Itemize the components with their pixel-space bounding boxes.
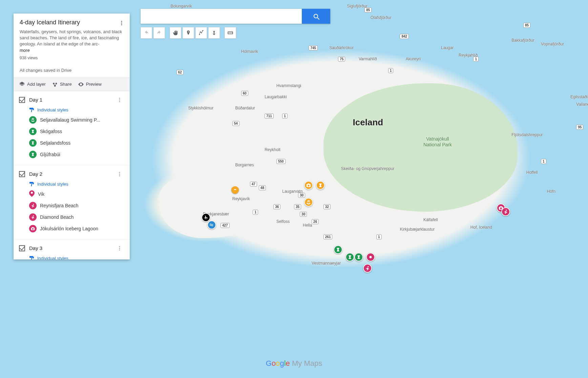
add-marker-button[interactable] [183, 27, 194, 39]
route-shield: 30 [300, 212, 307, 217]
plane-icon [204, 215, 208, 220]
line-icon [198, 30, 204, 36]
watermark: Google My Maps [266, 359, 322, 368]
layer-name[interactable]: Day 2 [29, 171, 115, 177]
route-shield: 54 [232, 121, 239, 126]
city-label: Höfn [547, 189, 555, 194]
layer-styles-button[interactable]: Individual styles [14, 105, 130, 114]
place-name: Gljúfrabúi [40, 152, 60, 157]
list-item[interactable]: Seljalandsfoss [14, 137, 130, 149]
map-marker-waterfall[interactable] [345, 253, 354, 261]
list-item[interactable]: Jökulsárlón Iceberg Lagoon [14, 223, 130, 234]
layer-menu-button[interactable] [115, 244, 124, 253]
map-marker-waterfall[interactable] [354, 253, 363, 261]
city-label: Akureyri [406, 57, 421, 61]
layer-name[interactable]: Day 1 [29, 97, 115, 103]
map-description: Waterfalls, geysers, hot springs, volcan… [20, 29, 124, 54]
add-layer-label: Add layer [27, 82, 46, 87]
place-name: Seljalandsfoss [40, 140, 70, 146]
more-link[interactable]: more [20, 47, 124, 54]
add-layer-button[interactable]: Add layer [19, 81, 46, 87]
layer-name[interactable]: Day 3 [29, 245, 115, 251]
route-shield: 85 [523, 23, 530, 28]
city-label: Reykholt [265, 147, 280, 152]
hiker-icon [365, 266, 370, 271]
search-input[interactable] [141, 9, 302, 24]
map-marker-dot[interactable] [366, 253, 375, 261]
list-item[interactable]: Seljavallalaug Swimming P... [14, 114, 130, 126]
city-label: Kirkjubæjarklaustur [400, 227, 435, 232]
share-button[interactable]: Share [52, 81, 72, 87]
preview-label: Preview [86, 82, 102, 87]
directions-button[interactable] [208, 27, 220, 39]
share-label: Share [60, 82, 72, 87]
hiker-icon [503, 209, 508, 214]
layer-styles-label: Individual styles [37, 182, 68, 187]
layer-checkbox[interactable] [19, 245, 25, 251]
map-marker-waterfall[interactable] [334, 245, 342, 254]
city-label: Vopnafjörður [541, 42, 564, 46]
layer-checkbox[interactable] [19, 97, 25, 103]
layer-styles-button[interactable]: Individual styles [14, 253, 130, 259]
route-shield: 30 [298, 193, 305, 198]
waterfall-icon [29, 151, 37, 158]
map-marker-plane[interactable] [202, 213, 210, 222]
route-shield: 26 [312, 219, 319, 224]
city-label: Reykjahlíð [459, 53, 478, 58]
panel-menu-button[interactable] [117, 18, 126, 28]
list-item[interactable]: Gljúfrabúi [14, 149, 130, 160]
measure-button[interactable] [225, 27, 236, 39]
route-shield: 36 [273, 204, 280, 209]
place-name: Skógafoss [40, 129, 62, 134]
waterfall-icon [318, 183, 323, 188]
route-shield: 261 [323, 234, 333, 239]
map-marker-waves[interactable] [207, 220, 216, 229]
city-label: Hella [303, 223, 312, 228]
city-label: Selfoss [276, 219, 290, 224]
layer-styles-button[interactable]: Individual styles [14, 179, 130, 188]
redo-button[interactable] [153, 27, 165, 39]
map-marker-hiker[interactable] [501, 207, 510, 216]
preview-button[interactable]: Preview [78, 81, 102, 87]
eye-icon [78, 81, 84, 87]
marker-icon [186, 30, 191, 36]
map-marker-hiker[interactable] [363, 264, 372, 273]
national-park-shape [323, 83, 518, 212]
waterfall-icon [336, 247, 340, 252]
pan-tool-button[interactable] [170, 27, 181, 39]
city-label: Vallanes [576, 102, 588, 107]
list-item[interactable]: Diamond Beach [14, 211, 130, 223]
layers-list[interactable]: Day 1Individual stylesSeljavallalaug Swi… [14, 91, 130, 259]
layer-menu-button[interactable] [115, 169, 124, 179]
city-label: Kálfafell [423, 217, 438, 222]
draw-line-button[interactable] [195, 27, 207, 39]
waves-icon [209, 223, 214, 227]
paint-roller-icon [29, 256, 35, 259]
route-shield: 32 [323, 204, 331, 209]
map-marker-hotspring[interactable] [304, 198, 313, 207]
list-item[interactable]: Vik [14, 188, 130, 200]
place-name: Jökulsárlón Iceberg Lagoon [40, 226, 98, 231]
dots-icon [117, 97, 122, 103]
panel-header: 4-day Iceland Itinerary Waterfalls, geys… [14, 14, 130, 78]
map-title[interactable]: 4-day Iceland Itinerary [20, 19, 124, 26]
paint-roller-icon [29, 107, 35, 113]
map-marker-camera[interactable] [304, 181, 313, 190]
map-marker-waterfall[interactable] [316, 181, 325, 190]
search-button[interactable] [302, 9, 330, 24]
list-item[interactable]: Skógafoss [14, 126, 130, 137]
place-name: Vik [38, 191, 44, 197]
undo-button[interactable] [141, 27, 152, 39]
layer-menu-button[interactable] [115, 95, 124, 105]
place-name: Seljavallalaug Swimming P... [40, 117, 100, 123]
layer-checkbox[interactable] [19, 171, 25, 177]
list-item[interactable]: Reynisfjara Beach [14, 200, 130, 211]
waterfall-icon [29, 139, 37, 147]
city-label: Borgarnes [235, 163, 254, 167]
dots-icon [117, 246, 122, 251]
map-marker-orange[interactable] [231, 186, 239, 196]
city-label: Búðardalur [235, 106, 255, 110]
save-status: All changes saved in Drive [20, 68, 124, 73]
description-text: Waterfalls, geysers, hot springs, volcan… [20, 29, 122, 46]
city-label: Vestmannaeyjar [312, 261, 341, 266]
